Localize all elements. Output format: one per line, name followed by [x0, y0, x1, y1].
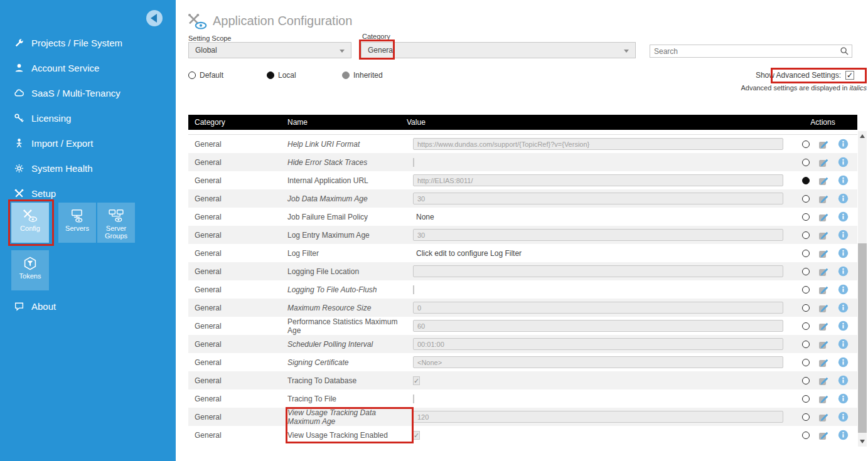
- row-value-input[interactable]: [413, 302, 783, 314]
- sidebar-item-about[interactable]: About: [0, 294, 176, 319]
- info-icon[interactable]: [838, 339, 849, 349]
- edit-icon[interactable]: [818, 139, 829, 149]
- search-input[interactable]: [654, 45, 836, 57]
- row-scope-radio[interactable]: [802, 195, 810, 203]
- row-scope-radio[interactable]: [802, 231, 810, 239]
- row-value-input[interactable]: [413, 338, 783, 350]
- sidebar-item-projects-file-system[interactable]: Projects / File System: [0, 30, 176, 55]
- row-scope-radio[interactable]: [802, 159, 810, 166]
- row-scope-radio[interactable]: [802, 304, 810, 312]
- row-scope-radio[interactable]: [802, 268, 810, 275]
- row-category: General: [188, 231, 281, 240]
- row-scope-radio[interactable]: [802, 341, 810, 348]
- info-icon[interactable]: [838, 411, 849, 422]
- info-icon[interactable]: [838, 248, 849, 258]
- row-value-cell: [400, 338, 795, 350]
- row-value-cell: [400, 138, 795, 150]
- info-icon[interactable]: [838, 230, 849, 240]
- info-icon[interactable]: [838, 193, 849, 204]
- row-actions: [795, 321, 851, 331]
- edit-icon[interactable]: [818, 430, 829, 440]
- row-value-checkbox[interactable]: [413, 158, 414, 167]
- row-value-input[interactable]: [413, 320, 783, 332]
- edit-icon[interactable]: [818, 411, 829, 422]
- info-icon[interactable]: [838, 357, 849, 368]
- edit-icon[interactable]: [818, 175, 829, 186]
- setting-scope-dropdown[interactable]: Global: [188, 42, 351, 58]
- table-body: GeneralHelp Link URI FormatGeneralHide E…: [188, 135, 857, 444]
- edit-icon[interactable]: [818, 284, 829, 295]
- edit-icon[interactable]: [818, 230, 829, 240]
- edit-icon[interactable]: [818, 321, 829, 331]
- sidebar-item-import-export[interactable]: Import / Export: [0, 130, 176, 156]
- row-scope-radio[interactable]: [802, 377, 810, 384]
- row-value-input[interactable]: [413, 265, 783, 277]
- row-scope-radio[interactable]: [802, 432, 810, 439]
- row-setting-name: Logging File Location: [281, 267, 400, 276]
- edit-icon[interactable]: [818, 248, 829, 258]
- info-icon[interactable]: [838, 157, 849, 167]
- row-scope-radio[interactable]: [802, 359, 810, 366]
- search-icon[interactable]: [840, 46, 849, 56]
- table-row: GeneralJob Data Maximum Age: [188, 189, 857, 208]
- row-value-cell: Click edit to configure Log Filter: [400, 249, 795, 258]
- row-scope-radio[interactable]: [802, 395, 810, 403]
- info-icon[interactable]: [838, 430, 849, 440]
- info-icon[interactable]: [838, 266, 849, 277]
- row-value-cell: [400, 229, 795, 241]
- info-icon[interactable]: [838, 321, 849, 331]
- info-icon[interactable]: [838, 302, 849, 313]
- row-scope-radio[interactable]: [802, 213, 810, 221]
- sidebar-item-saas-multi-tenancy[interactable]: SaaS / Multi-Tenancy: [0, 80, 176, 105]
- row-scope-radio[interactable]: [802, 140, 810, 148]
- info-icon[interactable]: [838, 211, 849, 222]
- edit-icon[interactable]: [818, 193, 829, 204]
- scroll-up-arrow-icon[interactable]: [860, 134, 865, 138]
- row-value-input[interactable]: [413, 174, 783, 186]
- info-icon[interactable]: [838, 139, 849, 149]
- row-scope-radio[interactable]: [802, 413, 810, 421]
- edit-icon[interactable]: [818, 157, 829, 167]
- edit-icon[interactable]: [818, 302, 829, 313]
- sidebar-collapse-button[interactable]: [146, 10, 163, 26]
- row-scope-radio[interactable]: [802, 322, 810, 330]
- row-scope-radio[interactable]: [802, 286, 810, 294]
- edit-icon[interactable]: [818, 211, 829, 222]
- row-scope-radio[interactable]: [802, 177, 810, 184]
- row-category: General: [188, 431, 281, 440]
- category-dropdown[interactable]: General: [361, 42, 636, 58]
- sidebar-item-licensing[interactable]: Licensing: [0, 105, 176, 130]
- sidebar-item-system-health[interactable]: System Health: [0, 156, 176, 181]
- row-actions: [795, 175, 851, 186]
- edit-icon[interactable]: [818, 393, 829, 404]
- edit-icon[interactable]: [818, 357, 829, 368]
- row-actions: [795, 211, 851, 222]
- edit-icon[interactable]: [818, 375, 829, 386]
- row-value-checkbox-checked[interactable]: ✓: [413, 431, 420, 440]
- info-icon[interactable]: [838, 393, 849, 404]
- scrollbar-thumb[interactable]: [858, 243, 867, 433]
- info-icon[interactable]: [838, 175, 849, 186]
- row-value-input[interactable]: [413, 411, 783, 423]
- sidebar-item-setup[interactable]: Setup: [0, 181, 176, 206]
- row-value-input[interactable]: [413, 356, 783, 368]
- edit-icon[interactable]: [818, 339, 829, 349]
- edit-icon[interactable]: [818, 266, 829, 277]
- row-value-input[interactable]: [413, 138, 783, 150]
- tile-server-groups[interactable]: Server Groups: [97, 203, 135, 243]
- tile-tokens[interactable]: Tokens: [11, 250, 49, 290]
- row-actions: [795, 430, 851, 440]
- row-scope-radio[interactable]: [802, 250, 810, 257]
- row-value-input[interactable]: [413, 229, 783, 241]
- info-icon[interactable]: [838, 375, 849, 386]
- row-value-checkbox[interactable]: [413, 395, 414, 403]
- tile-config[interactable]: Config: [11, 203, 49, 243]
- row-value-checkbox-checked[interactable]: ✓: [413, 376, 420, 385]
- scroll-down-arrow-icon[interactable]: [860, 440, 865, 443]
- show-advanced-checkbox[interactable]: ✓: [845, 71, 854, 80]
- tile-servers[interactable]: Servers: [58, 203, 96, 243]
- info-icon[interactable]: [838, 284, 849, 295]
- row-value-input[interactable]: [413, 193, 783, 204]
- sidebar-item-account-service[interactable]: Account Service: [0, 55, 176, 80]
- row-value-checkbox[interactable]: [413, 285, 414, 294]
